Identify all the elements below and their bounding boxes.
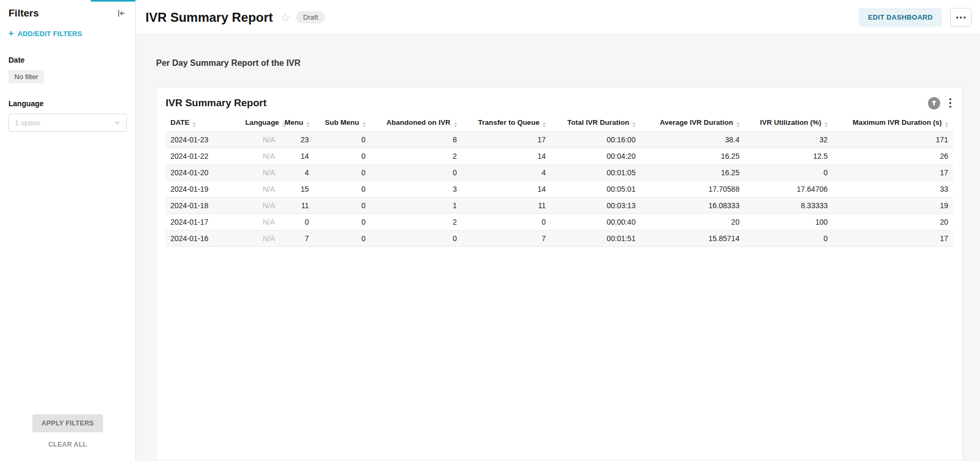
column-header-language[interactable]: Language [240, 115, 280, 132]
column-header-ivr-utilization[interactable]: IVR Utilization (%) [744, 115, 832, 132]
chevron-down-icon [114, 119, 121, 126]
apply-filters-button[interactable]: APPLY FILTERS [32, 414, 103, 432]
chart-menu-button[interactable] [948, 97, 953, 109]
column-header-transfer-to-queue[interactable]: Transfer to Queue [462, 115, 551, 132]
table-cell: 16.25 [640, 148, 744, 165]
table-cell: 0 [314, 181, 371, 198]
sort-icon [736, 122, 740, 127]
active-tab-indicator [91, 0, 135, 2]
sort-icon [193, 122, 196, 127]
clear-all-button[interactable]: CLEAR ALL [8, 441, 127, 448]
table-cell: 20 [832, 214, 953, 230]
table-cell: 00:01:51 [551, 230, 640, 247]
plus-icon: + [8, 29, 14, 38]
table-cell: 32 [744, 132, 832, 148]
column-label: Sub Menu [325, 118, 359, 126]
table-cell: 0 [314, 165, 371, 181]
sort-icon [945, 122, 948, 127]
table-cell: 4 [462, 165, 551, 181]
table-cell: 23 [280, 132, 314, 148]
table-cell: 0 [371, 230, 462, 247]
date-filter-label: Date [8, 56, 127, 64]
chart-card: IVR Summary Report DATELanguageMenuSub M… [156, 87, 962, 461]
table-cell: 2024-01-22 [166, 148, 240, 165]
table-cell: N/A [240, 198, 280, 214]
applied-filters-button[interactable] [928, 97, 940, 109]
table-cell: 17 [832, 165, 953, 181]
column-header-maximum-ivr-duration-s[interactable]: Maximum IVR Duration (s) [832, 115, 953, 132]
ellipsis-icon [956, 16, 958, 19]
draft-status-badge: Draft [296, 11, 325, 23]
sort-icon [454, 122, 457, 127]
table-cell: 2024-01-19 [166, 181, 240, 198]
table-cell: 8 [371, 132, 462, 148]
table-cell: 15 [280, 181, 314, 198]
table-row: 2024-01-18N/A11011100:03:1316.083338.333… [166, 198, 953, 214]
table-cell: 20 [640, 214, 744, 230]
column-header-total-ivr-duration[interactable]: Total IVR Duration [551, 115, 640, 132]
table-row: 2024-01-19N/A15031400:05:0117.7058817.64… [166, 181, 953, 198]
table-cell: 171 [832, 132, 953, 148]
chart-title: IVR Summary Report [166, 97, 267, 109]
table-cell: 0 [314, 198, 371, 214]
table-cell: N/A [240, 181, 280, 198]
kebab-icon [949, 98, 951, 100]
sort-icon [543, 122, 546, 127]
table-cell: 0 [314, 214, 371, 230]
language-filter-select[interactable]: 1 option [8, 114, 127, 132]
table-cell: 2 [371, 214, 462, 230]
dashboard-content: Per Day Summary Report of the IVR IVR Su… [136, 35, 980, 461]
column-header-menu[interactable]: Menu [280, 115, 314, 132]
table-cell: 0 [744, 165, 832, 181]
table-header-row: DATELanguageMenuSub MenuAbandoned on IVR… [166, 115, 953, 132]
table-cell: 00:16:00 [551, 132, 640, 148]
table-row: 2024-01-17N/A002000:00:402010020 [166, 214, 953, 230]
table-cell: 14 [462, 148, 551, 165]
table-cell: 00:03:13 [551, 198, 640, 214]
collapse-sidebar-button[interactable] [115, 7, 127, 19]
column-header-date[interactable]: DATE [166, 115, 240, 132]
table-cell: 0 [314, 132, 371, 148]
table-cell: 38.4 [640, 132, 744, 148]
date-filter-value: No filter [8, 70, 44, 83]
add-edit-filters-button[interactable]: + ADD/EDIT FILTERS [8, 30, 127, 38]
table-cell: 4 [280, 165, 314, 181]
table-cell: 11 [462, 198, 551, 214]
table-cell: 17.64706 [744, 181, 832, 198]
table-cell: 17.70588 [640, 181, 744, 198]
sort-icon [363, 122, 366, 127]
table-cell: N/A [240, 165, 280, 181]
table-cell: 00:04:20 [551, 148, 640, 165]
header-menu-button[interactable] [950, 8, 972, 27]
table-cell: 17 [462, 132, 551, 148]
column-header-abandoned-on-ivr[interactable]: Abandoned on IVR [371, 115, 462, 132]
column-label: DATE [170, 118, 190, 126]
table-cell: 00:05:01 [551, 181, 640, 198]
table-cell: 26 [832, 148, 953, 165]
table-cell: N/A [240, 214, 280, 230]
table-row: 2024-01-20N/A400400:01:0516.25017 [166, 165, 953, 181]
table-cell: N/A [240, 230, 280, 247]
table-cell: 15.85714 [640, 230, 744, 247]
table-cell: 2 [371, 148, 462, 165]
favorite-star-icon[interactable]: ☆ [280, 12, 290, 23]
column-label: Language [245, 118, 279, 126]
table-cell: 00:01:05 [551, 165, 640, 181]
table-cell: 14 [280, 148, 314, 165]
table-cell: 7 [462, 230, 551, 247]
table-cell: 0 [462, 214, 551, 230]
table-cell: 33 [832, 181, 953, 198]
column-label: Total IVR Duration [567, 118, 629, 126]
edit-dashboard-button[interactable]: EDIT DASHBOARD [859, 8, 942, 27]
sort-icon [306, 122, 310, 127]
column-label: Maximum IVR Duration (s) [853, 118, 942, 126]
column-header-sub-menu[interactable]: Sub Menu [314, 115, 371, 132]
page-title: IVR Summary Report [145, 10, 273, 25]
table-cell: 16.25 [640, 165, 744, 181]
table-cell: 0 [314, 148, 371, 165]
table-cell: 2024-01-16 [166, 230, 240, 247]
ivr-summary-table: DATELanguageMenuSub MenuAbandoned on IVR… [166, 115, 953, 247]
column-header-average-ivr-duration[interactable]: Average IVR Duration [640, 115, 744, 132]
table-cell: 2024-01-17 [166, 214, 240, 230]
add-edit-filters-label: ADD/EDIT FILTERS [18, 30, 82, 38]
